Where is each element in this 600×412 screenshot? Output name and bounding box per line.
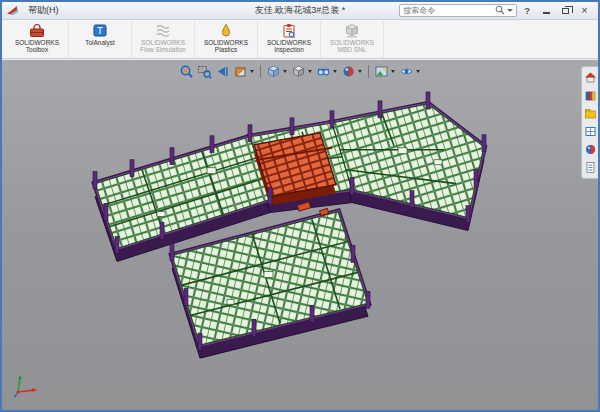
custom-properties-icon[interactable] (584, 161, 597, 174)
inspection-icon (281, 23, 297, 38)
view-palette-icon[interactable] (584, 125, 597, 138)
tolanalyst-icon: T (92, 23, 108, 38)
close-icon: × (581, 5, 587, 16)
window-controls: × (537, 3, 594, 18)
ribbon-button-label: SOLIDWORKS Plastics (195, 39, 257, 53)
addins-ribbon: SOLIDWORKS Toolbox T TolAnalyst SOLIDWOR… (2, 20, 598, 59)
menu-help[interactable]: 帮助(H) (22, 2, 65, 19)
ribbon-button-flow-simulation: SOLIDWORKS Flow Simulation (132, 21, 195, 58)
flow-simulation-icon (155, 23, 171, 38)
view-settings-dropdown-icon[interactable] (416, 70, 420, 73)
minimize-button[interactable] (537, 3, 556, 18)
document-title: 友佳.欧海花城3#总装 * (255, 4, 346, 17)
task-pane-tabs (581, 66, 598, 179)
ribbon-button-label: SOLIDWORKS MBD SNL (321, 39, 383, 53)
appearances-icon[interactable] (584, 143, 597, 156)
title-bar: 帮助(H) 友佳.欧海花城3#总装 * ? (2, 2, 598, 20)
ribbon-button-mbd-snl: SOLIDWORKS MBD SNL (321, 21, 384, 58)
ribbon-button-inspection[interactable]: SOLIDWORKS Inspection (258, 21, 321, 58)
file-explorer-icon[interactable] (584, 107, 597, 120)
previous-view-icon[interactable] (214, 63, 231, 80)
ribbon-button-label: SOLIDWORKS Flow Simulation (132, 39, 194, 53)
resources-icon[interactable] (584, 71, 597, 84)
ribbon-button-label: SOLIDWORKS Inspection (258, 39, 320, 53)
edit-appearance-dropdown-icon[interactable] (358, 70, 362, 73)
ribbon-button-solidworks-toolbox[interactable]: SOLIDWORKS Toolbox (6, 21, 69, 58)
zoom-to-fit-icon[interactable] (178, 63, 195, 80)
formwork-model[interactable] (2, 60, 598, 410)
section-view-icon[interactable] (232, 63, 249, 80)
ribbon-button-tolanalyst[interactable]: T TolAnalyst (69, 21, 132, 58)
edit-appearance-icon[interactable] (340, 63, 357, 80)
view-orientation-dropdown-icon[interactable] (283, 70, 287, 73)
ribbon-button-label: SOLIDWORKS Toolbox (6, 39, 68, 53)
solidworks-logo (6, 5, 19, 16)
minimize-icon (543, 12, 550, 14)
zoom-to-area-icon[interactable] (196, 63, 213, 80)
hide-show-items-dropdown-icon[interactable] (333, 70, 337, 73)
origin-triad (12, 371, 40, 403)
command-search[interactable] (399, 4, 517, 17)
mbd-snl-icon (344, 23, 360, 38)
search-icon[interactable] (495, 5, 505, 17)
ribbon-button-plastics[interactable]: SOLIDWORKS Plastics (195, 21, 258, 58)
hide-show-items-icon[interactable] (315, 63, 332, 80)
design-library-icon[interactable] (584, 89, 597, 102)
toolbar-separator (260, 65, 261, 78)
graphics-viewport[interactable] (2, 60, 598, 410)
solidworks-window: 帮助(H) 友佳.欧海花城3#总装 * ? (0, 0, 600, 412)
ribbon-button-label: TolAnalyst (83, 39, 117, 46)
section-view-dropdown-icon[interactable] (250, 70, 254, 73)
plastics-icon (218, 23, 234, 38)
search-input[interactable] (403, 6, 493, 15)
apply-scene-dropdown-icon[interactable] (391, 70, 395, 73)
restore-icon (562, 8, 569, 14)
heads-up-view-toolbar (178, 63, 422, 80)
help-button[interactable]: ? (522, 5, 532, 16)
search-dropdown-icon[interactable] (507, 9, 513, 12)
display-style-dropdown-icon[interactable] (308, 70, 312, 73)
apply-scene-icon[interactable] (373, 63, 390, 80)
close-button[interactable]: × (575, 3, 594, 18)
titlebar-right-group: ? × (399, 3, 594, 18)
view-settings-icon[interactable] (398, 63, 415, 80)
restore-button[interactable] (556, 3, 575, 18)
toolbar-separator (368, 65, 369, 78)
view-orientation-icon[interactable] (265, 63, 282, 80)
toolbox-icon (29, 23, 45, 38)
display-style-icon[interactable] (290, 63, 307, 80)
svg-text:T: T (96, 26, 103, 36)
